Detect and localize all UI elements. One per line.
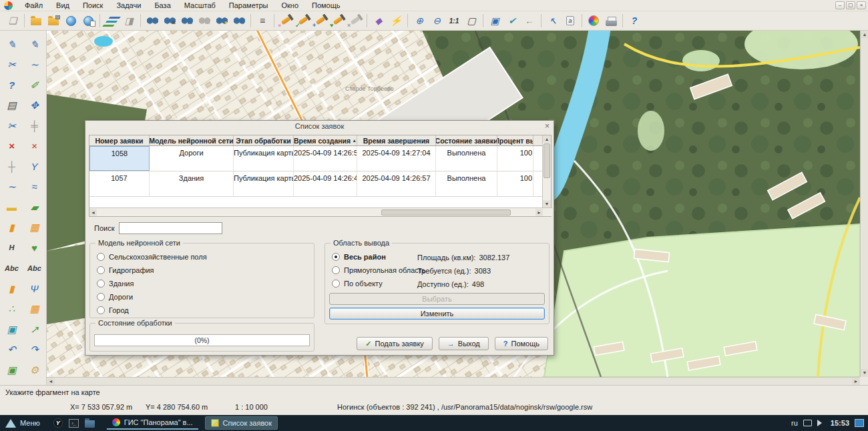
undo-icon[interactable]: ↶ (1, 340, 23, 360)
edit-spline-icon[interactable]: ∼ (23, 55, 46, 75)
horizontal-text-icon[interactable]: H (1, 238, 23, 258)
search-advanced-icon[interactable]: … (178, 13, 196, 29)
object-pointer-icon[interactable]: ↖ (544, 13, 562, 29)
cell-finished[interactable]: 2025-04-09 14:26:57 (357, 171, 436, 196)
map-vertical-scrollbar[interactable]: ▲ ▼ (860, 31, 868, 377)
scroll-left-icon[interactable]: ◄ (89, 209, 97, 216)
col-header-state[interactable]: Состояние заявки (436, 135, 497, 145)
radio-checked-icon[interactable] (332, 253, 340, 261)
radio-roads[interactable]: Дороги (97, 293, 133, 301)
search-input[interactable] (119, 222, 222, 234)
fast-launch-icon[interactable]: ⚡ (387, 13, 405, 29)
radio-city[interactable]: Город (97, 306, 129, 314)
color-settings-icon[interactable] (585, 13, 602, 29)
open-map-icon[interactable] (27, 13, 45, 29)
radio-icon[interactable] (97, 293, 105, 301)
edit-junction-icon[interactable]: ╪ (23, 115, 46, 136)
menu-search[interactable]: Поиск (76, 1, 110, 10)
help-button[interactable]: ?Помощь (495, 337, 548, 350)
structure-tree-icon[interactable]: ∴ (1, 299, 23, 320)
save-selection-icon[interactable]: ♥ (23, 238, 46, 258)
menu-scale[interactable]: Масштаб (178, 1, 222, 10)
cell-created[interactable]: 2025-04-09 14:26:45 (294, 171, 357, 196)
cut-object-icon[interactable]: ✂ (1, 55, 23, 75)
scale-1-1-icon[interactable]: 1:1 (445, 13, 463, 29)
scroll-down-icon[interactable]: ▼ (543, 200, 551, 207)
select-add-icon[interactable]: + (312, 13, 329, 29)
highlight-text-icon[interactable]: ▮ (1, 218, 23, 238)
draw-object-icon[interactable]: ✎ (1, 34, 23, 55)
edit-point-icon[interactable]: ✎ (23, 34, 46, 55)
status-scale[interactable]: 1 : 10 000 (235, 403, 268, 411)
start-menu-button[interactable]: Меню (20, 419, 40, 427)
col-header-percent[interactable]: Процент вы (497, 135, 533, 145)
scroll-up-icon[interactable]: ▲ (543, 135, 551, 143)
objects-3d-icon[interactable]: ◆ (370, 13, 387, 29)
cell-number[interactable]: 1058 (89, 146, 150, 171)
volume-icon[interactable] (817, 420, 825, 426)
map-copy-icon[interactable]: ▣ (1, 319, 23, 340)
terminal-icon[interactable]: ›_ (68, 417, 80, 429)
taskbar-task-requests[interactable]: Список заявок (205, 416, 278, 430)
highlight-object-icon[interactable]: ▮ (1, 278, 23, 299)
col-header-model[interactable]: Модель нейронной сети (150, 135, 234, 145)
objects-list-icon[interactable]: ≡ (254, 13, 271, 29)
show-desktop-icon[interactable] (855, 419, 864, 427)
col-header-stage[interactable]: Этап обработки (234, 135, 294, 145)
measure-ruler-icon[interactable]: ▬ (1, 197, 23, 218)
redo-icon[interactable]: ↷ (23, 340, 46, 360)
menu-options[interactable]: Параметры (222, 1, 275, 10)
radio-hydrography[interactable]: Гидрография (97, 266, 154, 274)
export-route-icon[interactable]: ↗ (23, 319, 46, 340)
cell-finished[interactable]: 2025-04-09 14:27:04 (357, 146, 436, 171)
highlight-raster-icon[interactable]: ▦ (23, 218, 46, 238)
edit-arc-icon[interactable]: ≈ (23, 177, 46, 197)
col-header-created[interactable]: Время создания▲ (294, 135, 357, 145)
text-abc-icon[interactable]: Abc (1, 258, 23, 279)
move-object-icon[interactable]: ✥ (23, 95, 46, 116)
select-confirm-icon[interactable]: ✓ (294, 13, 312, 29)
cell-number[interactable]: 1057 (89, 171, 150, 196)
cell-stage[interactable]: Публикация карты (234, 146, 294, 171)
minimize-button[interactable]: – (835, 1, 845, 9)
area-object-icon[interactable]: ▰ (23, 197, 46, 218)
start-menu-icon[interactable] (5, 419, 16, 428)
delete-site-icon[interactable]: × (23, 136, 46, 157)
menu-database[interactable]: База (148, 1, 177, 10)
exit-button[interactable]: →Выход (439, 337, 489, 350)
search-by-name-icon[interactable]: a (161, 13, 178, 29)
dialog-close-icon[interactable]: × (545, 121, 550, 132)
edit-tools-icon[interactable]: ▤ (1, 95, 23, 116)
close-button[interactable]: × (857, 1, 866, 9)
view-frame-icon[interactable]: ▣ (486, 13, 503, 29)
select-favorite-icon[interactable]: ♥ (329, 13, 347, 29)
geoportal-maps-icon[interactable] (79, 13, 97, 29)
cell-model[interactable]: Здания (150, 171, 234, 196)
cell-created[interactable]: 2025-04-09 14:26:51 (294, 146, 357, 171)
new-map-icon[interactable]: ❏ (4, 13, 21, 29)
radio-icon[interactable] (332, 280, 340, 288)
map-horizontal-scrollbar[interactable]: ◄ ► (47, 377, 860, 385)
cell-model[interactable]: Дороги (150, 146, 234, 171)
menu-window[interactable]: Окно (274, 1, 305, 10)
search-area-icon[interactable]: ● (213, 13, 230, 29)
search-icon[interactable] (144, 13, 161, 29)
zoom-in-icon[interactable]: ⊕ (411, 13, 428, 29)
menu-help[interactable]: Помощь (305, 1, 347, 10)
scroll-down-icon[interactable]: ▼ (861, 369, 868, 377)
scroll-right-icon[interactable]: ► (535, 209, 543, 216)
keyboard-layout[interactable]: ru (791, 419, 798, 427)
print-icon[interactable] (602, 13, 620, 29)
object-query-icon[interactable]: ? (1, 75, 23, 95)
radio-icon[interactable] (97, 306, 105, 314)
radio-by-object[interactable]: По объекту (332, 280, 383, 288)
col-header-finished[interactable]: Время завершения (357, 135, 436, 145)
scroll-up-icon[interactable]: ▲ (861, 31, 868, 39)
add-node-icon[interactable]: ┼ (1, 156, 23, 177)
maximize-button[interactable]: ▢ (846, 1, 855, 9)
zoom-out-icon[interactable]: ⊖ (428, 13, 445, 29)
cell-state[interactable]: Выполнена (436, 171, 497, 196)
text-title-icon[interactable]: Abc (23, 258, 46, 279)
delete-object-icon[interactable]: × (1, 136, 23, 157)
cell-state[interactable]: Выполнена (436, 146, 497, 171)
